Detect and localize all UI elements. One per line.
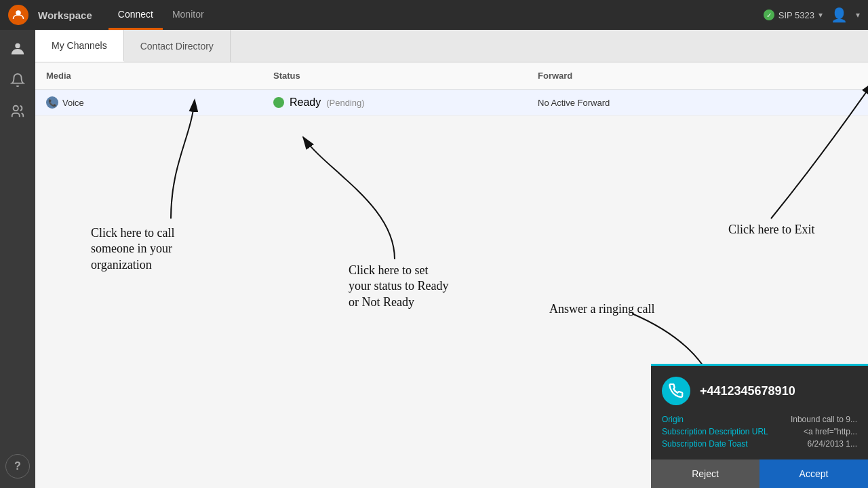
cell-media: 📞 Voice (35, 96, 262, 109)
popup-buttons: Reject Accept (651, 459, 868, 488)
incoming-call-popup: +4412345678910 Origin Inbound call to 9.… (651, 364, 868, 488)
app-logo[interactable] (8, 5, 28, 25)
subscription-date-label: Subscription Date Toast (662, 439, 748, 449)
sidebar-icon-contacts[interactable] (5, 99, 30, 124)
sidebar-icon-bell[interactable] (5, 68, 30, 92)
sip-dropdown-chevron[interactable]: ▾ (818, 10, 823, 20)
sip-label: SIP 5323 (778, 10, 814, 20)
pending-label: (Pending) (326, 98, 364, 108)
popup-header: +4412345678910 (651, 366, 868, 412)
origin-value: Inbound call to 9... (791, 415, 857, 424)
annotation-call: Click here to call someone in your organ… (91, 225, 174, 273)
media-label: Voice (62, 98, 84, 108)
header-status: Status (262, 68, 527, 83)
origin-label: Origin (662, 415, 684, 424)
top-nav: Workspace Connect Monitor SIP 5323 ▾ 👤 ▾ (0, 0, 868, 30)
voice-icon: 📞 (46, 96, 58, 109)
user-profile-icon[interactable]: 👤 (831, 7, 848, 23)
cell-status[interactable]: Ready (Pending) (262, 96, 527, 109)
sidebar: ? (0, 30, 35, 488)
annotation-answer: Answer a ringing call (549, 301, 654, 317)
detail-subscription-date: Subscription Date Toast 6/24/2013 1... (662, 439, 857, 449)
cell-forward: No Active Forward (527, 98, 663, 108)
detail-subscription-url: Subscription Description URL <a href="ht… (662, 427, 857, 436)
subscription-url-value: <a href="http... (804, 427, 857, 436)
popup-details: Origin Inbound call to 9... Subscription… (651, 412, 868, 459)
status-label: Ready (290, 96, 321, 109)
detail-origin: Origin Inbound call to 9... (662, 415, 857, 424)
header-forward: Forward (527, 68, 663, 83)
svg-point-2 (14, 106, 18, 111)
sip-status: SIP 5323 ▾ (764, 10, 823, 20)
sip-status-indicator (764, 10, 774, 20)
tab-my-channels[interactable]: My Channels (35, 30, 124, 62)
table-header: Media Status Forward (35, 62, 868, 90)
user-dropdown-chevron[interactable]: ▾ (856, 10, 860, 20)
annotation-exit: Click here to Exit (728, 222, 814, 238)
nav-right-section: SIP 5323 ▾ 👤 ▾ (764, 7, 860, 23)
ready-indicator (273, 97, 284, 108)
brand-name: Workspace (38, 10, 92, 21)
sidebar-bottom: ? (5, 454, 30, 478)
reject-button[interactable]: Reject (651, 459, 760, 488)
nav-tab-connect[interactable]: Connect (108, 0, 163, 30)
subscription-date-value: 6/24/2013 1... (808, 439, 857, 449)
tabs-row: My Channels Contact Directory (35, 30, 868, 62)
header-media: Media (35, 68, 262, 83)
caller-phone-number: +4412345678910 (700, 384, 795, 398)
table-row: 📞 Voice Ready (Pending) No Active Forwar… (35, 90, 868, 116)
sidebar-icon-help[interactable]: ? (5, 454, 30, 478)
channels-table: Media Status Forward 📞 Voice Ready (Pend… (35, 62, 868, 116)
svg-point-1 (15, 43, 20, 48)
tab-contact-directory[interactable]: Contact Directory (124, 30, 231, 62)
accept-button[interactable]: Accept (760, 459, 868, 488)
sidebar-icon-users[interactable] (5, 37, 30, 61)
nav-tab-monitor[interactable]: Monitor (163, 0, 214, 30)
annotation-status: Click here to set your status to Ready o… (349, 263, 448, 310)
subscription-url-label: Subscription Description URL (662, 427, 768, 436)
call-icon-circle (662, 377, 690, 405)
